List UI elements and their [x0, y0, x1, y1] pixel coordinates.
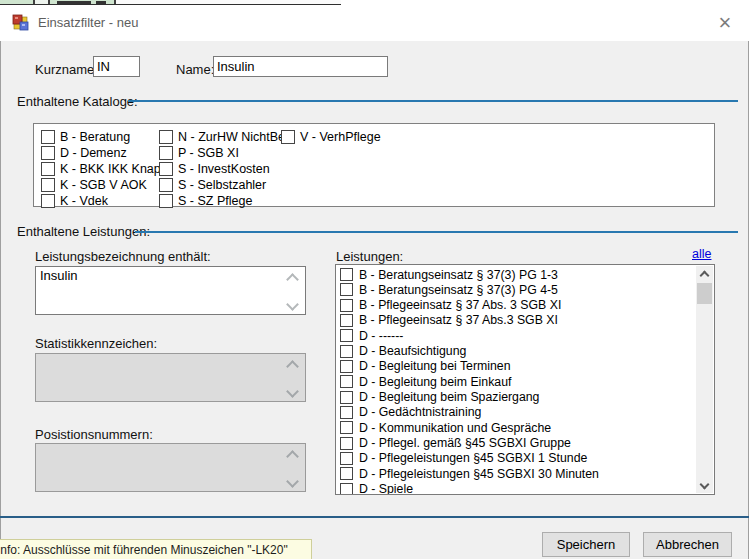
- kataloge-box: B - BeratungD - DemenzK - BKK IKK KnappK…: [33, 123, 715, 207]
- checkbox-label: D - Begleitung bei Terminen: [359, 359, 511, 373]
- name-input[interactable]: [213, 56, 388, 77]
- checkbox-icon[interactable]: [340, 329, 353, 342]
- checkbox-icon[interactable]: [159, 162, 173, 176]
- dialog-einsatzfilter: Einsatzfilter - neu × Kurzname: Name: En…: [0, 5, 749, 559]
- checkbox-label: D - Spiele: [359, 482, 413, 495]
- checkbox-icon[interactable]: [41, 146, 55, 160]
- leistungen-section-line: [135, 231, 738, 233]
- checkbox-label: K - SGB V AOK: [60, 178, 147, 192]
- checkbox-icon[interactable]: [340, 483, 353, 495]
- cancel-button[interactable]: Abbrechen: [643, 532, 732, 557]
- katalog-checkbox-item[interactable]: D - Demenz: [41, 146, 127, 160]
- info-tooltip: Info: Ausschlüsse mit führenden Minuszei…: [0, 539, 312, 559]
- checkbox-icon[interactable]: [41, 162, 55, 176]
- katalog-checkbox-item[interactable]: K - SGB V AOK: [41, 178, 147, 192]
- scrollbar-thumb[interactable]: [697, 283, 712, 304]
- checkbox-icon[interactable]: [340, 299, 353, 312]
- checkbox-label: B - Beratungseinsatz § 37(3) PG 4-5: [359, 283, 558, 297]
- close-icon[interactable]: ×: [711, 8, 739, 38]
- checkbox-icon[interactable]: [340, 421, 353, 434]
- save-button[interactable]: Speichern: [542, 532, 630, 557]
- bezeichnung-label: Leistungsbezeichnung enthält:: [35, 249, 211, 264]
- footer-separator-line: [0, 516, 749, 518]
- checkbox-icon[interactable]: [340, 314, 353, 327]
- leistung-list-item[interactable]: B - Pflegeeinsatz § 37 Abs.3 SGB XI: [336, 313, 692, 328]
- katalog-checkbox-item[interactable]: P - SGB XI: [159, 146, 239, 160]
- checkbox-label: S - Selbstzahler: [178, 178, 266, 192]
- katalog-checkbox-item[interactable]: K - Vdek: [41, 194, 108, 208]
- screen: Einsatzfilter - neu × Kurzname: Name: En…: [0, 0, 749, 559]
- katalog-checkbox-item[interactable]: B - Beratung: [41, 130, 130, 144]
- leistung-list-item[interactable]: D - Pflegeleistungen §45 SGBXI 30 Minute…: [336, 466, 692, 481]
- checkbox-icon[interactable]: [340, 283, 353, 296]
- katalog-checkbox-item[interactable]: V - VerhPflege: [281, 130, 381, 144]
- checkbox-icon[interactable]: [41, 178, 55, 192]
- checkbox-label: K - BKK IKK Knapp: [60, 162, 168, 176]
- leistung-list-item[interactable]: D - Pflegeleistungen §45 SGBXI 1 Stunde: [336, 451, 692, 466]
- checkbox-label: V - VerhPflege: [300, 130, 381, 144]
- alle-link[interactable]: alle: [692, 247, 711, 261]
- katalog-checkbox-item[interactable]: N - ZurHW NichtBer: [159, 130, 289, 144]
- checkbox-icon[interactable]: [159, 130, 173, 144]
- form-icon: [12, 14, 29, 31]
- checkbox-label: D - Demenz: [60, 146, 127, 160]
- leistung-list-item[interactable]: D - Begleitung beim Spaziergang: [336, 390, 692, 405]
- checkbox-label: D - ------: [359, 329, 403, 343]
- list-scrollbar[interactable]: [696, 266, 713, 493]
- checkbox-label: P - SGB XI: [178, 146, 239, 160]
- checkbox-icon[interactable]: [159, 146, 173, 160]
- checkbox-icon[interactable]: [340, 406, 353, 419]
- info-tooltip-text: Info: Ausschlüsse mit führenden Minuszei…: [0, 543, 288, 557]
- leistung-list-item[interactable]: B - Beratungseinsatz § 37(3) PG 4-5: [336, 282, 692, 297]
- checkbox-label: D - Begleitung beim Spaziergang: [359, 390, 539, 404]
- checkbox-icon[interactable]: [340, 345, 353, 358]
- checkbox-label: B - Beratung: [60, 130, 130, 144]
- checkbox-icon[interactable]: [340, 452, 353, 465]
- leistung-list-item[interactable]: D - Kommunikation und Gespräche: [336, 420, 692, 435]
- checkbox-icon[interactable]: [340, 375, 353, 388]
- leistungen-list: B - Beratungseinsatz § 37(3) PG 1-3B - B…: [335, 264, 715, 495]
- leistung-list-item[interactable]: D - Begleitung bei Terminen: [336, 359, 692, 374]
- checkbox-icon[interactable]: [281, 130, 295, 144]
- window-title: Einsatzfilter - neu: [38, 15, 138, 30]
- checkbox-icon[interactable]: [159, 194, 173, 208]
- leistung-list-item[interactable]: D - Pflegel. gemäß §45 SGBXI Gruppe: [336, 436, 692, 451]
- checkbox-icon[interactable]: [340, 268, 353, 281]
- scrollbar-up-button[interactable]: [696, 266, 713, 282]
- checkbox-label: D - Pflegeleistungen §45 SGBXI 1 Stunde: [359, 451, 587, 465]
- leistung-list-item[interactable]: D - Spiele: [336, 482, 692, 495]
- leistungen-section-label: Enthaltene Leistungen:: [17, 224, 150, 239]
- leistung-list-item[interactable]: D - Begleitung beim Einkauf: [336, 374, 692, 389]
- checkbox-icon[interactable]: [340, 360, 353, 373]
- checkbox-label: B - Pflegeeinsatz § 37 Abs. 3 SGB XI: [359, 298, 561, 312]
- checkbox-icon[interactable]: [41, 130, 55, 144]
- title-bar: Einsatzfilter - neu ×: [0, 5, 749, 41]
- bezeichnung-textarea[interactable]: Insulin: [35, 266, 306, 315]
- checkbox-label: D - Beaufsichtigung: [359, 344, 466, 358]
- checkbox-icon[interactable]: [340, 467, 353, 480]
- leistung-list-item[interactable]: B - Beratungseinsatz § 37(3) PG 1-3: [336, 267, 692, 282]
- positionsnummern-textarea: [35, 443, 306, 492]
- kataloge-section-line: [128, 100, 738, 102]
- leistung-list-item[interactable]: D - Beaufsichtigung: [336, 344, 692, 359]
- kataloge-section-label: Enthaltene Kataloge:: [17, 94, 138, 109]
- checkbox-label: B - Pflegeeinsatz § 37 Abs.3 SGB XI: [359, 313, 558, 327]
- checkbox-icon[interactable]: [340, 437, 353, 450]
- checkbox-icon[interactable]: [41, 194, 55, 208]
- leistung-list-item[interactable]: D - ------: [336, 328, 692, 343]
- kurzname-input[interactable]: [93, 56, 140, 77]
- checkbox-icon[interactable]: [340, 391, 353, 404]
- checkbox-label: D - Pflegel. gemäß §45 SGBXI Gruppe: [359, 436, 571, 450]
- checkbox-icon[interactable]: [159, 178, 173, 192]
- katalog-checkbox-item[interactable]: S - Selbstzahler: [159, 178, 266, 192]
- katalog-checkbox-item[interactable]: K - BKK IKK Knapp: [41, 162, 168, 176]
- checkbox-label: K - Vdek: [60, 194, 108, 208]
- checkbox-label: D - Gedächtnistraining: [359, 405, 481, 419]
- leistung-list-item[interactable]: B - Pflegeeinsatz § 37 Abs. 3 SGB XI: [336, 298, 692, 313]
- katalog-checkbox-item[interactable]: S - InvestKosten: [159, 162, 270, 176]
- checkbox-label: S - SZ Pflege: [178, 194, 252, 208]
- katalog-checkbox-item[interactable]: S - SZ Pflege: [159, 194, 252, 208]
- checkbox-label: N - ZurHW NichtBer: [178, 130, 289, 144]
- scrollbar-down-button[interactable]: [696, 477, 713, 493]
- leistung-list-item[interactable]: D - Gedächtnistraining: [336, 405, 692, 420]
